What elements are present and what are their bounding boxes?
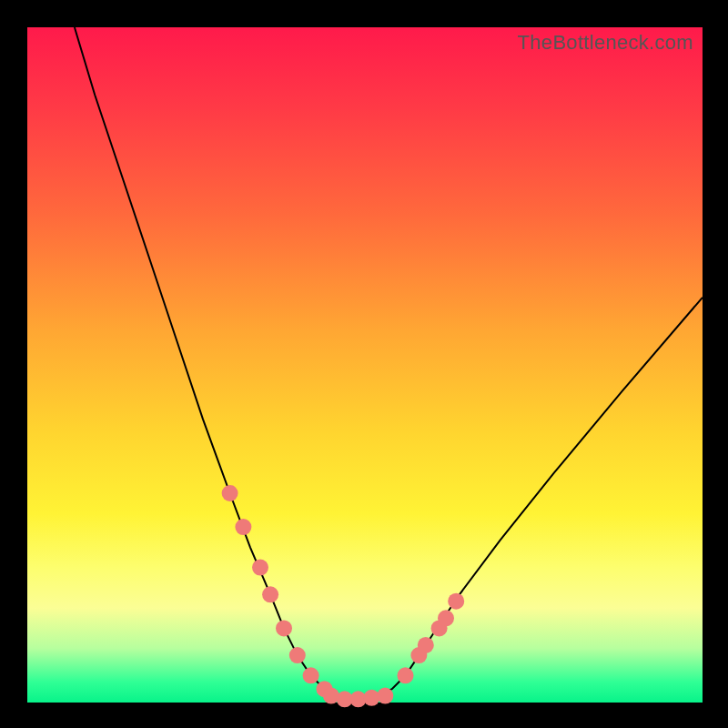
data-marker xyxy=(276,620,292,636)
data-marker xyxy=(262,586,278,602)
data-marker xyxy=(289,647,306,663)
data-marker xyxy=(252,560,268,576)
data-marker xyxy=(448,593,464,610)
chart-frame: TheBottleneck.com xyxy=(0,0,728,728)
data-marker xyxy=(377,688,393,704)
data-marker xyxy=(398,667,414,683)
data-marker xyxy=(438,610,454,626)
data-marker xyxy=(235,519,251,535)
data-marker xyxy=(222,485,238,501)
bottleneck-curve xyxy=(75,27,703,699)
data-marker xyxy=(418,637,434,653)
plot-area: TheBottleneck.com xyxy=(27,27,703,703)
marker-group-bottom xyxy=(323,688,393,708)
data-marker xyxy=(303,667,319,683)
chart-svg xyxy=(27,27,703,703)
